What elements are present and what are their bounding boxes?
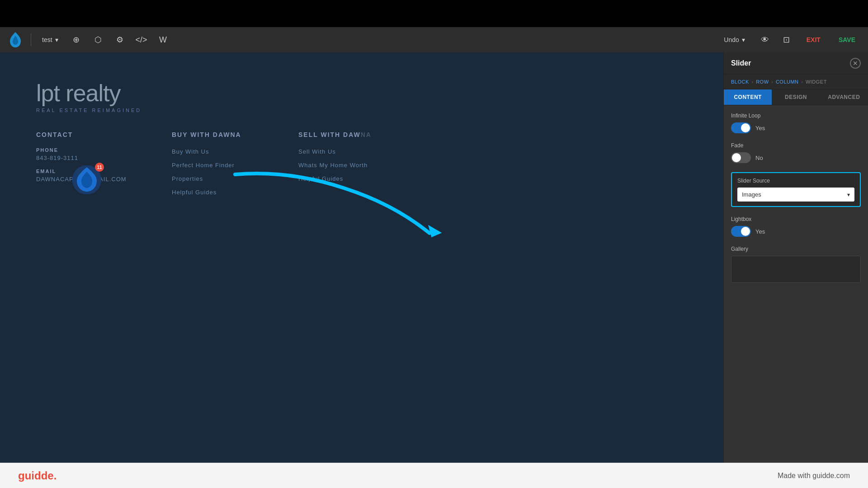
- undo-button[interactable]: Undo ▾: [718, 34, 750, 45]
- slider-source-box: Slider Source Images ▾: [731, 172, 861, 207]
- footer-logo-sub: REAL ESTATE REIMAGINED: [36, 108, 687, 113]
- panel-header: Slider ✕: [724, 52, 868, 75]
- footer-logo: lpt realty REAL ESTATE REIMAGINED: [36, 80, 687, 113]
- footer-columns: Contact PHONE 843-819-3111 EMAIL DAWNACA…: [36, 131, 687, 202]
- divider: [31, 33, 31, 46]
- breadcrumb-column[interactable]: COLUMN: [776, 79, 799, 84]
- page-name: test: [42, 36, 52, 43]
- breadcrumb-sep-3: ›: [802, 80, 803, 84]
- perfect-home-link[interactable]: Perfect Home Finder: [172, 162, 235, 169]
- panel-title: Slider: [731, 59, 751, 67]
- panel-content: Infinite Loop Yes Fade No: [724, 105, 868, 463]
- undo-label: Undo: [724, 36, 739, 43]
- guidde-logo: guidde.: [18, 469, 57, 482]
- breadcrumb-sep-1: ›: [752, 80, 753, 84]
- wordpress-icon[interactable]: W: [156, 33, 170, 47]
- slider-source-value: Images: [742, 191, 761, 198]
- app-logo: [7, 32, 24, 48]
- breadcrumb: BLOCK › ROW › COLUMN › WIDGET: [724, 75, 868, 89]
- avatar: 11: [72, 165, 101, 194]
- lightbox-value: Yes: [755, 228, 765, 235]
- footer-sell-col: Sell With Dawna Sell With Us Whats My Ho…: [298, 131, 389, 202]
- breadcrumb-block[interactable]: BLOCK: [731, 79, 749, 84]
- tab-design[interactable]: DESIGN: [772, 89, 820, 105]
- footer-buy-col: Buy With Dawna Buy With Us Perfect Home …: [172, 131, 262, 202]
- properties-link[interactable]: Properties: [172, 175, 203, 182]
- breadcrumb-sep-2: ›: [772, 80, 773, 84]
- code-icon[interactable]: </>: [134, 33, 149, 47]
- list-item: Helpful Guides: [298, 174, 389, 183]
- sell-helpful-guides-link[interactable]: Helpful Guides: [298, 175, 343, 182]
- list-item: Properties: [172, 174, 262, 183]
- tab-content[interactable]: CONTENT: [724, 89, 772, 105]
- list-item: Buy With Us: [172, 147, 262, 155]
- main-area: lpt realty REAL ESTATE REIMAGINED Contac…: [0, 52, 868, 463]
- fade-row: Fade No: [731, 142, 861, 163]
- list-item: Helpful Guides: [172, 188, 262, 196]
- gallery-label: Gallery: [731, 246, 861, 252]
- chevron-down-icon: ▾: [847, 192, 850, 198]
- buy-heading: Buy With Dawna: [172, 131, 262, 138]
- lightbox-toggle-row: Yes: [731, 226, 861, 237]
- site-preview: lpt realty REAL ESTATE REIMAGINED Contac…: [0, 52, 723, 463]
- infinite-loop-row: Infinite Loop Yes: [731, 113, 861, 133]
- infinite-loop-value: Yes: [755, 125, 765, 131]
- footer-section: lpt realty REAL ESTATE REIMAGINED Contac…: [0, 52, 723, 463]
- breadcrumb-row[interactable]: ROW: [756, 79, 769, 84]
- guidde-logo-text: guidde.: [18, 469, 57, 482]
- lightbox-label: Lightbox: [731, 216, 861, 222]
- right-panel: Slider ✕ BLOCK › ROW › COLUMN › WIDGET C…: [723, 52, 868, 463]
- infinite-loop-toggle-row: Yes: [731, 122, 861, 133]
- responsive-icon[interactable]: ⊡: [779, 33, 794, 47]
- slider-source-select[interactable]: Images ▾: [737, 188, 854, 202]
- breadcrumb-widget: WIDGET: [806, 79, 827, 84]
- made-with-tagline: Made with guidde.com: [778, 472, 850, 480]
- sell-heading: Sell With Dawna: [298, 131, 389, 138]
- panel-tabs: CONTENT DESIGN ADVANCED: [724, 89, 868, 105]
- buy-with-us-link[interactable]: Buy With Us: [172, 148, 209, 155]
- tab-advanced[interactable]: ADVANCED: [820, 89, 868, 105]
- whats-my-home-worth-link[interactable]: Whats My Home Worth: [298, 162, 368, 169]
- exit-button[interactable]: EXIT: [801, 34, 826, 45]
- fade-label: Fade: [731, 142, 861, 149]
- gallery-row: Gallery: [731, 246, 861, 283]
- toggle-knob: [741, 227, 750, 236]
- page-selector[interactable]: test ▾: [38, 34, 62, 45]
- chevron-down-icon: ▾: [742, 36, 745, 43]
- canvas: lpt realty REAL ESTATE REIMAGINED Contac…: [0, 52, 723, 463]
- lightbox-toggle[interactable]: [731, 226, 751, 237]
- preview-icon[interactable]: 👁: [758, 33, 772, 47]
- buy-links: Buy With Us Perfect Home Finder Properti…: [172, 147, 262, 196]
- list-item: Sell With Us: [298, 147, 389, 155]
- buy-helpful-guides-link[interactable]: Helpful Guides: [172, 189, 217, 196]
- fade-toggle[interactable]: [731, 152, 751, 163]
- infinite-loop-label: Infinite Loop: [731, 113, 861, 119]
- add-icon[interactable]: ⊕: [69, 33, 84, 47]
- topbar: test ▾ ⊕ ⬡ ⚙ </> W Undo ▾ 👁 ⊡ EXIT SAVE: [0, 27, 868, 52]
- gallery-box[interactable]: [731, 256, 861, 283]
- settings-icon[interactable]: ⚙: [113, 33, 127, 47]
- fade-toggle-row: No: [731, 152, 861, 163]
- footer-logo-text: lpt realty: [36, 80, 687, 107]
- chevron-down-icon: ▾: [55, 36, 58, 43]
- list-item: Perfect Home Finder: [172, 161, 262, 169]
- toggle-knob: [732, 153, 741, 162]
- phone-label: PHONE: [36, 147, 136, 153]
- fade-value: No: [755, 155, 763, 161]
- slider-source-label: Slider Source: [737, 178, 854, 184]
- bottom-bar: guidde. Made with guidde.com: [0, 463, 868, 488]
- layers-icon[interactable]: ⬡: [91, 33, 105, 47]
- infinite-loop-toggle[interactable]: [731, 122, 751, 133]
- panel-close-button[interactable]: ✕: [850, 58, 861, 69]
- lightbox-row: Lightbox Yes: [731, 216, 861, 237]
- list-item: Whats My Home Worth: [298, 161, 389, 169]
- avatar-badge: 11: [95, 163, 104, 172]
- sell-with-us-link[interactable]: Sell With Us: [298, 148, 336, 155]
- toggle-knob: [741, 123, 750, 132]
- contact-heading: Contact: [36, 131, 136, 138]
- top-black-bar: [0, 0, 868, 27]
- topbar-right: Undo ▾ 👁 ⊡ EXIT SAVE: [718, 33, 861, 47]
- save-button[interactable]: SAVE: [833, 34, 861, 45]
- sell-links: Sell With Us Whats My Home Worth Helpful…: [298, 147, 389, 183]
- phone-number: 843-819-3111: [36, 155, 136, 161]
